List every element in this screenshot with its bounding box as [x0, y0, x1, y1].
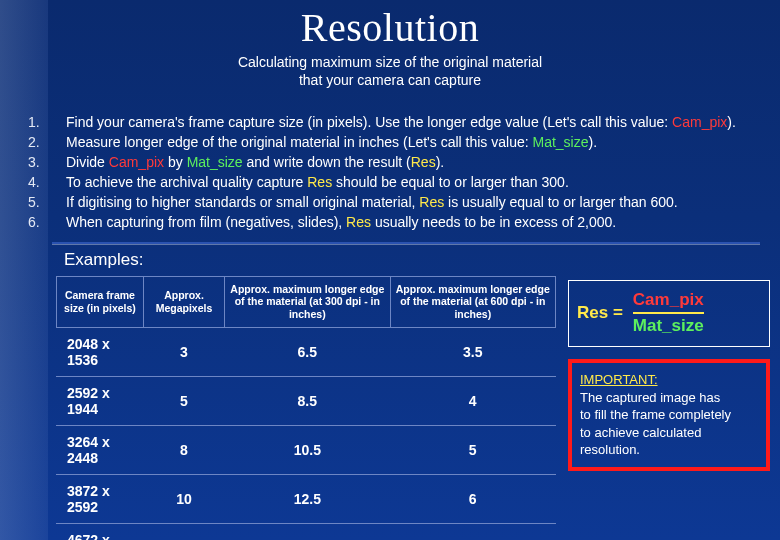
examples-table: Camera frame size (in pixels)Approx. Meg…: [56, 276, 556, 540]
table-cell: 8: [143, 425, 224, 474]
important-line-2: to fill the frame completely: [580, 407, 731, 422]
table-cell: 12.5: [225, 474, 390, 523]
important-line-3: to achieve calculated resolution.: [580, 425, 701, 458]
table-cell: 10: [143, 474, 224, 523]
table-cell: 3264 x 2448: [57, 425, 144, 474]
table-header-cell: Camera frame size (in pixels): [57, 276, 144, 327]
subtitle-line-2: that your camera can capture: [299, 72, 481, 88]
step-number: 3.: [28, 153, 66, 172]
step-text: Find your camera's frame capture size (i…: [66, 113, 752, 132]
table-cell: 14.6: [143, 523, 224, 540]
step-number: 5.: [28, 193, 66, 212]
step-row: 4.To achieve the archival quality captur…: [28, 173, 752, 192]
step-row: 3.Divide Cam_pix by Mat_size and write d…: [28, 153, 752, 172]
table-cell: 6.5: [225, 327, 390, 376]
step-number: 1.: [28, 113, 66, 132]
table-cell: 2592 x 1944: [57, 376, 144, 425]
page-title: Resolution: [0, 0, 780, 51]
examples-heading: Examples:: [64, 250, 780, 270]
step-number: 6.: [28, 213, 66, 232]
important-heading: IMPORTANT:: [580, 372, 658, 387]
table-header-row: Camera frame size (in pixels)Approx. Meg…: [57, 276, 556, 327]
step-text: When capturing from film (negatives, sli…: [66, 213, 752, 232]
fraction-bar: [633, 312, 704, 314]
table-cell: 4672 x 3104: [57, 523, 144, 540]
formula-box: Res = Cam_pix Mat_size: [568, 280, 770, 347]
table-cell: 3872 x 2592: [57, 474, 144, 523]
step-row: 5.If digitising to higher standards or s…: [28, 193, 752, 212]
step-number: 4.: [28, 173, 66, 192]
page-subtitle: Calculating maximum size of the original…: [0, 53, 780, 89]
table-cell: 6: [390, 474, 555, 523]
formula-lhs: Res =: [577, 303, 623, 323]
formula-numerator: Cam_pix: [633, 291, 704, 310]
table-cell: 5: [390, 425, 555, 474]
table-header-cell: Approx. maximum longer edge of the mater…: [225, 276, 390, 327]
step-text: Divide Cam_pix by Mat_size and write dow…: [66, 153, 752, 172]
steps-list: 1.Find your camera's frame capture size …: [28, 113, 752, 231]
table-cell: 2048 x 1536: [57, 327, 144, 376]
step-text: Measure longer edge of the original mate…: [66, 133, 752, 152]
step-text: If digitising to higher standards or sma…: [66, 193, 752, 212]
table-cell: 5: [143, 376, 224, 425]
table-body: 2048 x 153636.53.52592 x 194458.543264 x…: [57, 327, 556, 540]
table-row: 2048 x 153636.53.5: [57, 327, 556, 376]
table-cell: 10.5: [225, 425, 390, 474]
table-row: 3264 x 2448810.55: [57, 425, 556, 474]
step-text: To achieve the archival quality capture …: [66, 173, 752, 192]
important-line-1: The captured image has: [580, 390, 720, 405]
examples-table-wrap: Camera frame size (in pixels)Approx. Meg…: [56, 276, 556, 540]
table-cell: 3.5: [390, 327, 555, 376]
table-header-cell: Approx. maximum longer edge of the mater…: [390, 276, 555, 327]
table-row: 3872 x 25921012.56: [57, 474, 556, 523]
table-cell: 4: [390, 376, 555, 425]
step-row: 6.When capturing from film (negatives, s…: [28, 213, 752, 232]
table-cell: 15.5: [225, 523, 390, 540]
formula-fraction: Cam_pix Mat_size: [633, 291, 704, 336]
step-number: 2.: [28, 133, 66, 152]
formula-denominator: Mat_size: [633, 317, 704, 336]
table-row: 4672 x 310414.615.58: [57, 523, 556, 540]
table-cell: 8: [390, 523, 555, 540]
table-cell: 8.5: [225, 376, 390, 425]
table-header-cell: Approx. Megapixels: [143, 276, 224, 327]
subtitle-line-1: Calculating maximum size of the original…: [238, 54, 542, 70]
important-box: IMPORTANT: The captured image has to fil…: [568, 359, 770, 471]
divider: [52, 242, 760, 244]
step-row: 1.Find your camera's frame capture size …: [28, 113, 752, 132]
table-cell: 3: [143, 327, 224, 376]
table-row: 2592 x 194458.54: [57, 376, 556, 425]
step-row: 2.Measure longer edge of the original ma…: [28, 133, 752, 152]
